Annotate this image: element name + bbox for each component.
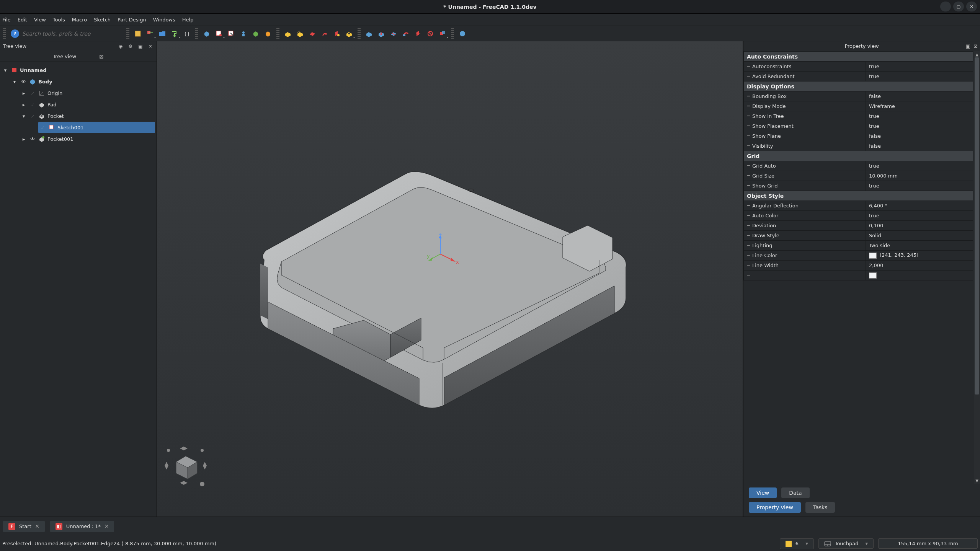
visibility-icon[interactable]: 👁 — [20, 79, 27, 85]
property-row[interactable]: Show Planefalse — [744, 131, 973, 141]
caret-down-icon[interactable]: ▾ — [21, 113, 27, 119]
close-panel-icon[interactable]: ⊠ — [973, 43, 978, 49]
navigation-style-button[interactable]: Touchpad — [818, 538, 874, 549]
pad-icon[interactable] — [283, 28, 293, 39]
tree-item-pad[interactable]: ▸ ⟋ Pad — [20, 99, 155, 110]
visibility-off-icon[interactable]: ⟋ — [29, 90, 36, 96]
caret-right-icon[interactable]: ▸ — [21, 102, 27, 108]
property-row[interactable]: Draw StyleSolid — [744, 231, 973, 241]
tab-tasks[interactable]: Tasks — [805, 502, 835, 513]
property-row[interactable]: Angular Deflection6,400 ° — [744, 201, 973, 211]
tree-item-pocket[interactable]: ▾ ⟋ Pocket — [20, 110, 155, 122]
close-tab-icon[interactable]: ✕ — [105, 523, 109, 529]
property-row[interactable]: Line Width2,000 — [744, 261, 973, 271]
doc-tab-unnamed[interactable]: ◧ Unnamed : 1* ✕ — [50, 521, 114, 532]
caret-down-icon[interactable]: ▾ — [11, 79, 18, 85]
property-row[interactable]: Show Placementtrue — [744, 121, 973, 131]
section-header[interactable]: Auto Constraints — [744, 52, 973, 62]
close-panel-icon[interactable]: ✕ — [147, 43, 154, 49]
menu-help[interactable]: Help — [182, 17, 194, 23]
property-row[interactable]: Grid Size10,000 mm — [744, 171, 973, 181]
tree-tab-label[interactable]: Tree view — [53, 54, 76, 59]
close-tab-icon[interactable]: ✕ — [35, 523, 39, 529]
validate-sketch-icon[interactable] — [238, 28, 249, 39]
create-sketch-icon[interactable] — [214, 28, 224, 39]
recent-files-icon[interactable] — [145, 28, 155, 39]
menu-windows[interactable]: Windows — [153, 17, 175, 23]
save-icon[interactable] — [169, 28, 180, 39]
property-row[interactable]: Auto Colortrue — [744, 211, 973, 221]
groove-icon[interactable] — [376, 28, 387, 39]
caret-right-icon[interactable]: ▸ — [21, 136, 27, 142]
property-row[interactable]: Display ModeWireframe — [744, 101, 973, 111]
restore-icon[interactable]: ▣ — [966, 43, 970, 49]
property-row[interactable]: Deviation0,100 — [744, 221, 973, 231]
tree-item-body[interactable]: ▾ 👁 Body — [11, 76, 155, 87]
close-tab-icon[interactable]: ⊠ — [99, 54, 104, 60]
color-swatch-icon[interactable] — [869, 272, 877, 279]
toolbar-grip-icon[interactable] — [358, 28, 361, 39]
caret-down-icon[interactable]: ▾ — [2, 67, 8, 73]
scrollbar[interactable]: ▲ ▼ — [974, 51, 980, 484]
section-header[interactable]: Object Style — [744, 191, 973, 201]
menu-macro[interactable]: Macro — [72, 17, 87, 23]
visibility-off-icon[interactable]: ⟋ — [29, 113, 36, 119]
preferences-icon[interactable]: {} — [181, 28, 192, 39]
visibility-off-icon[interactable]: ⟋ — [39, 125, 46, 130]
property-row[interactable]: LightingTwo side — [744, 241, 973, 251]
toolbar-grip-icon[interactable] — [126, 28, 129, 39]
gear-icon[interactable]: ⚙ — [127, 43, 134, 49]
toolbar-grip-icon[interactable] — [451, 28, 454, 39]
notifications-button[interactable]: 6 — [780, 538, 814, 549]
tree-item-origin[interactable]: ▸ ⟋ Origin — [20, 87, 155, 99]
boolean-icon[interactable] — [437, 28, 448, 39]
property-row[interactable]: Bounding Boxfalse — [744, 91, 973, 101]
menu-part-design[interactable]: Part Design — [118, 17, 146, 23]
menu-sketch[interactable]: Sketch — [94, 17, 111, 23]
3d-viewport[interactable]: z x y — [157, 41, 743, 517]
window-minimize-button[interactable]: — — [940, 2, 951, 11]
toolbar-grip-icon[interactable] — [195, 28, 198, 39]
scrollbar-thumb[interactable] — [975, 57, 979, 395]
color-swatch-icon[interactable] — [869, 253, 877, 259]
menu-view[interactable]: View — [34, 17, 46, 23]
subtractive-helix-icon[interactable] — [413, 28, 423, 39]
shape-binder-icon[interactable] — [250, 28, 261, 39]
property-row[interactable]: Show Gridtrue — [744, 181, 973, 191]
subtractive-primitive-icon[interactable] — [425, 28, 436, 39]
loft-icon[interactable] — [307, 28, 318, 39]
eye-toggle-icon[interactable]: ◉ — [118, 43, 124, 49]
subtractive-loft-icon[interactable] — [388, 28, 399, 39]
create-body-icon[interactable] — [201, 28, 212, 39]
property-row[interactable]: Avoid Redundanttrue — [744, 72, 973, 82]
property-row[interactable]: Autoconstraintstrue — [744, 62, 973, 72]
toolbar-grip-icon[interactable] — [3, 28, 6, 39]
tab-property-view[interactable]: Property view — [749, 502, 801, 513]
search-input[interactable] — [22, 31, 122, 37]
window-close-button[interactable]: ✕ — [966, 2, 977, 11]
new-document-icon[interactable] — [132, 28, 143, 39]
menu-file[interactable]: File — [2, 17, 11, 23]
help-icon[interactable]: ? — [11, 29, 19, 38]
doc-tab-start[interactable]: F Start ✕ — [3, 521, 45, 532]
property-row[interactable]: Line Color[241, 243, 245] — [744, 251, 973, 261]
tree-item-sketch001[interactable]: ⟋ Sketch001 — [38, 122, 155, 133]
subtractive-sweep-icon[interactable] — [400, 28, 411, 39]
menu-tools[interactable]: Tools — [53, 17, 65, 23]
section-header[interactable]: Grid — [744, 151, 973, 161]
measure-icon[interactable] — [457, 28, 468, 39]
visibility-off-icon[interactable]: ⟋ — [29, 102, 36, 108]
scroll-down-icon[interactable]: ▼ — [974, 478, 980, 484]
edit-sketch-icon[interactable] — [226, 28, 237, 39]
section-header[interactable]: Display Options — [744, 82, 973, 91]
property-row[interactable]: Grid Autotrue — [744, 161, 973, 171]
property-row[interactable]: Show In Treetrue — [744, 111, 973, 121]
tab-view[interactable]: View — [749, 487, 777, 498]
tab-data[interactable]: Data — [781, 487, 809, 498]
restore-icon[interactable]: ▣ — [137, 43, 144, 49]
property-row[interactable]: Visibilityfalse — [744, 141, 973, 151]
hole-icon[interactable] — [344, 28, 354, 39]
open-folder-icon[interactable] — [157, 28, 168, 39]
scroll-up-icon[interactable]: ▲ — [974, 51, 980, 57]
pocket-icon[interactable] — [364, 28, 374, 39]
